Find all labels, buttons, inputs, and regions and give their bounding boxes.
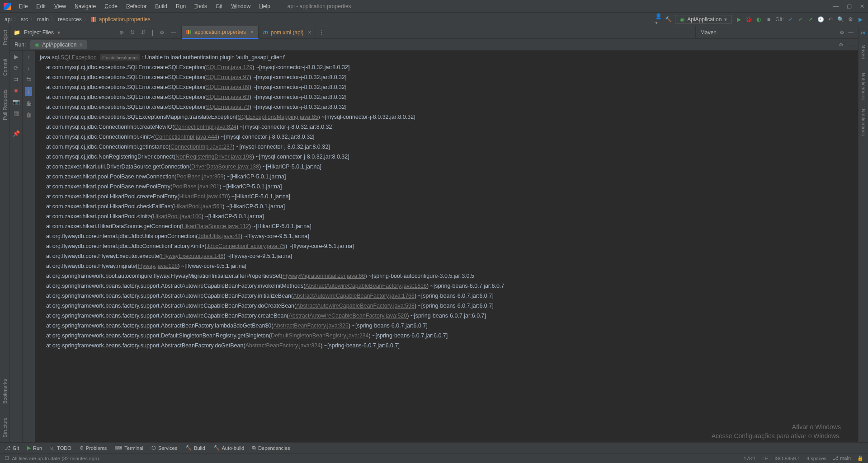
tool-run[interactable]: ▶Run <box>27 445 42 451</box>
menu-navigate[interactable]: Navigate <box>71 1 99 11</box>
git-history-icon[interactable]: 🕘 <box>817 16 824 23</box>
settings-icon[interactable]: ⚙ <box>158 29 166 36</box>
breadcrumb-main[interactable]: main <box>37 16 49 23</box>
git-commit-icon[interactable]: ✓ <box>797 16 804 23</box>
tool-dependencies[interactable]: ⧉Dependencies <box>252 445 290 451</box>
hide-icon[interactable]: — <box>848 42 854 48</box>
tab-application-properties[interactable]: application.properties × <box>182 26 259 39</box>
tool-build[interactable]: 🔨Build <box>185 445 205 451</box>
up-icon[interactable]: ↑ <box>27 53 30 60</box>
file-encoding[interactable]: ISO-8859-1 <box>774 456 800 461</box>
stop-icon[interactable]: ■ <box>14 87 18 94</box>
settings-icon[interactable]: ⚙ <box>839 42 844 48</box>
clear-icon[interactable]: 🗑 <box>26 112 32 118</box>
maximize-icon[interactable]: ▢ <box>847 3 852 9</box>
settings-icon[interactable]: ⚙ <box>847 16 854 23</box>
git-update-icon[interactable]: ✓ <box>788 16 794 23</box>
tool-bookmarks[interactable]: Bookmarks <box>2 379 8 404</box>
tool-maven[interactable]: Maven <box>861 44 866 59</box>
breadcrumb-resources[interactable]: resources <box>58 16 82 23</box>
pause-icon[interactable]: 📷 <box>13 98 20 105</box>
git-push-icon[interactable]: ↗ <box>807 16 814 23</box>
print-icon[interactable]: 🖶 <box>26 100 32 107</box>
tool-notifications[interactable]: Notifications <box>861 73 866 100</box>
down-icon[interactable]: ↓ <box>27 65 30 71</box>
menu-view[interactable]: View <box>51 1 70 11</box>
run-icon[interactable]: ▶ <box>736 16 742 23</box>
close-icon[interactable]: ✕ <box>860 3 864 9</box>
search-icon[interactable]: 🔍 <box>837 16 844 23</box>
menu-file[interactable]: File <box>15 1 31 11</box>
rerun-failed-icon[interactable]: ⟳ <box>14 65 19 71</box>
hide-icon[interactable]: — <box>848 29 854 36</box>
divider: | <box>151 29 155 36</box>
tool-terminal[interactable]: ⌨Terminal <box>115 445 143 451</box>
menu-build[interactable]: Build <box>151 1 171 11</box>
close-tab-icon[interactable]: × <box>308 29 311 36</box>
tool-project[interactable]: Project <box>2 30 8 45</box>
menu-help[interactable]: Help <box>255 1 274 11</box>
breadcrumb-file[interactable]: application.properties <box>99 16 151 23</box>
settings-icon[interactable]: ⚙ <box>840 29 844 36</box>
menu-git[interactable]: Git <box>212 1 226 11</box>
tool-git[interactable]: ⎇Git <box>5 445 19 451</box>
line-separator[interactable]: LF <box>762 456 768 461</box>
profiler-icon[interactable]: ▶ <box>857 16 863 23</box>
locate-icon[interactable]: ⊕ <box>118 29 125 36</box>
hide-icon[interactable]: — <box>170 29 178 36</box>
collapse-all-icon[interactable]: ⇵ <box>140 29 147 36</box>
tab-label: pom.xml (api) <box>271 29 304 36</box>
breadcrumb-api[interactable]: api <box>5 16 12 23</box>
rerun-icon[interactable]: ▶ <box>14 53 19 60</box>
git-rollback-icon[interactable]: ↶ <box>827 16 834 23</box>
tool-services[interactable]: ⬡Services <box>151 445 177 451</box>
chevron-down-icon[interactable]: ▾ <box>57 29 60 36</box>
maven-file-icon: m <box>263 29 268 36</box>
debug-icon[interactable]: 🐞 <box>745 16 752 23</box>
tab-pom-xml[interactable]: m pom.xml (api) × <box>259 26 316 39</box>
pin-icon[interactable]: 📌 <box>13 130 20 137</box>
tool-structure[interactable]: Structure <box>2 417 8 438</box>
layout-icon[interactable]: ▦ <box>14 110 19 117</box>
menu-window[interactable]: Window <box>227 1 254 11</box>
cursor-position[interactable]: 178:1 <box>744 456 756 461</box>
tool-commit[interactable]: Commit <box>2 59 8 76</box>
menu-tools[interactable]: Tools <box>191 1 211 11</box>
expand-all-icon[interactable]: ⇅ <box>129 29 136 36</box>
spring-icon: ◉ <box>680 16 684 23</box>
lock-icon[interactable]: 🔒 <box>857 455 863 461</box>
app-logo-icon <box>4 3 11 10</box>
menu-refactor[interactable]: Refactor <box>123 1 150 11</box>
status-icon[interactable]: ☐ <box>5 455 9 461</box>
tool-problems[interactable]: ⊘Problems <box>80 445 107 451</box>
git-branch[interactable]: ⎇ main <box>833 455 851 461</box>
run-action-gutter: ▶ ⟳ ⇉ ■ 📷 ▦ 📌 <box>10 51 23 442</box>
scroll-end-icon[interactable]: ⤓ <box>25 87 32 96</box>
resume-icon[interactable]: ⇉ <box>14 76 19 83</box>
maven-label[interactable]: Maven <box>700 29 717 36</box>
breadcrumb-src[interactable]: src <box>21 16 28 23</box>
project-tool-header: 📁 Project Files ▾ ⊕ ⇅ ⇵ | ⚙ — <box>10 26 182 38</box>
tool-todo[interactable]: ☑TODO <box>50 445 71 451</box>
project-scope[interactable]: Project Files <box>24 29 54 36</box>
maven-icon[interactable]: m <box>861 30 866 35</box>
indent[interactable]: 4 spaces <box>807 456 826 461</box>
tab-list-icon[interactable]: ⋮ <box>319 29 324 36</box>
close-tab-icon[interactable]: × <box>79 42 82 48</box>
menu-run[interactable]: Run <box>172 1 189 11</box>
run-tab[interactable]: ◉ ApiApplication × <box>30 40 87 49</box>
menu-edit[interactable]: Edit <box>33 1 49 11</box>
run-config-selector[interactable]: ◉ ApiApplication ▾ <box>675 15 732 24</box>
coverage-icon[interactable]: ◐ <box>755 16 762 23</box>
console-output[interactable]: java.sql.SQLException Create breakpoint … <box>35 51 858 442</box>
tool-notifications-label[interactable]: Notifications <box>861 109 866 136</box>
stop-icon[interactable]: ■ <box>765 16 772 23</box>
tool-autobuild[interactable]: 🔨Auto-build <box>213 445 245 451</box>
tool-pull-requests[interactable]: Pull Requests <box>2 89 8 120</box>
hammer-icon[interactable]: 🔨 <box>665 16 671 23</box>
soft-wrap-icon[interactable]: ⇆ <box>26 76 31 83</box>
menu-code[interactable]: Code <box>101 1 121 11</box>
close-tab-icon[interactable]: × <box>250 29 254 35</box>
add-config-icon[interactable]: 👤▾ <box>655 13 661 26</box>
minimize-icon[interactable]: — <box>833 3 839 9</box>
